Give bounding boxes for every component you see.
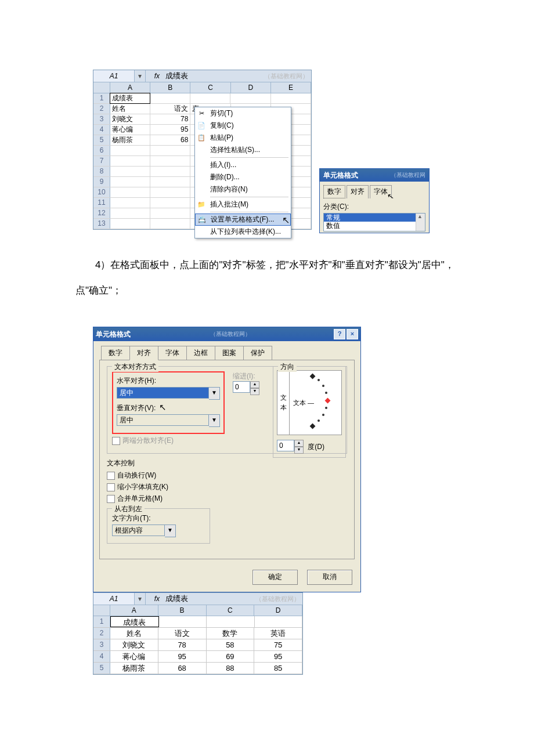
cell[interactable] [255,616,303,627]
table-row[interactable]: 4蒋心编956995 [93,651,302,663]
cell[interactable]: 88 [207,663,255,674]
formula-value[interactable]: 成绩表 [162,70,264,82]
menu-item[interactable]: 插入(I)... [195,159,291,171]
chevron-down-icon[interactable]: ▼ [209,414,220,427]
col-B[interactable]: B [150,82,190,93]
cell[interactable]: 58 [207,639,255,650]
cell[interactable]: 95 [254,651,302,662]
row-header[interactable]: 6 [93,146,110,155]
cell[interactable]: 语文 [158,628,207,639]
help-button[interactable]: ? [334,329,345,339]
cell[interactable] [110,187,150,197]
cell[interactable]: 杨雨茶 [110,663,158,674]
list-item[interactable]: 数值 [324,222,425,230]
cell[interactable] [150,198,190,208]
row-header[interactable]: 5 [93,663,110,674]
menu-item[interactable]: ✂剪切(T) [195,107,291,120]
row-header[interactable]: 2 [93,628,110,639]
cell[interactable] [271,93,311,103]
v-align-value[interactable]: 居中 [117,414,209,426]
cell[interactable] [150,93,190,103]
cell[interactable]: 78 [150,114,190,124]
row-header[interactable]: 2 [93,104,110,114]
dir-combo[interactable]: 根据内容 ▼ [112,525,176,537]
cell[interactable]: 95 [150,125,190,135]
col-D[interactable]: D [254,605,302,616]
cancel-button[interactable]: 取消 [307,570,352,585]
row-header[interactable]: 13 [93,219,110,229]
tab-pattern[interactable]: 图案 [215,346,244,360]
vertical-text[interactable]: 文本 [277,371,290,435]
close-button[interactable]: × [347,329,358,339]
dir-value[interactable]: 根据内容 [112,525,165,536]
cell[interactable] [159,616,207,627]
cell[interactable] [110,156,150,166]
cell[interactable]: 语文 [150,104,190,114]
col-B[interactable]: B [158,605,207,616]
cell[interactable] [150,156,190,166]
col-C[interactable]: C [207,605,255,616]
category-list[interactable]: 常规 数值 [323,213,425,231]
scrollbar[interactable] [416,214,425,231]
indent-value[interactable]: 0 [233,381,250,393]
shrink-check[interactable]: 缩小字体填充(K) [107,482,347,492]
col-A[interactable]: A [110,82,150,93]
row-header[interactable]: 11 [93,198,110,208]
col-E[interactable]: E [271,82,311,93]
cell[interactable] [150,219,190,229]
table-row[interactable]: 5杨雨茶688885 [93,663,302,674]
row-header[interactable]: 4 [93,125,110,135]
menu-item[interactable]: 选择性粘贴(S)... [195,144,291,156]
cell[interactable] [110,177,150,187]
degree-value[interactable]: 0 [277,440,294,451]
col-A[interactable]: A [110,605,158,616]
h-align-combo[interactable]: 居中 ▼ [117,387,220,400]
cell[interactable] [190,93,230,103]
cell[interactable]: 成绩表 [110,93,150,104]
cell[interactable]: 69 [207,651,255,662]
h-align-value[interactable]: 居中 [117,387,209,399]
select-all-corner[interactable] [93,82,110,93]
tab-font[interactable]: 字体 [158,346,187,360]
formula-value[interactable]: 成绩表 [162,593,255,605]
menu-item[interactable]: 📄复制(C) [195,120,291,132]
cell[interactable] [150,177,190,187]
name-box[interactable]: A1 [93,70,135,82]
tab-border[interactable]: 边框 [186,346,215,360]
spin-down-icon[interactable]: ▼ [294,447,304,454]
cell-grid[interactable]: 1成绩表2姓名语文数学英语3刘晓文7858754蒋心编9569955杨雨茶688… [93,616,302,674]
cell[interactable] [150,167,190,176]
menu-item[interactable]: 删除(D)... [195,171,291,183]
cell[interactable] [110,146,150,155]
row-header[interactable]: 8 [93,167,110,176]
tab-number[interactable]: 数字 [323,185,345,198]
cell[interactable]: 成绩表 [110,616,159,627]
namebox-dropdown-icon[interactable]: ▾ [135,70,146,82]
row-header[interactable]: 3 [93,639,110,650]
merge-check[interactable]: 合并单元格(M) [107,494,347,504]
row-header[interactable]: 1 [93,616,110,627]
v-align-combo[interactable]: 居中 ▼ [117,414,220,427]
cell[interactable]: 蒋心编 [110,125,150,135]
select-all-corner[interactable] [93,605,110,616]
cell[interactable]: 英语 [254,628,302,639]
menu-item[interactable]: 📋粘贴(P) [195,132,291,144]
menu-item[interactable]: 📁插入批注(M) [195,198,291,211]
tab-align[interactable]: 对齐 [347,185,369,198]
orientation-dial[interactable]: 文本 — [290,371,341,435]
cell[interactable]: 刘晓文 [110,114,150,124]
menu-item[interactable]: 从下拉列表中选择(K)... [195,226,291,238]
name-box[interactable]: A1 [93,593,135,605]
cell[interactable] [230,93,270,103]
cell[interactable]: 姓名 [110,104,150,114]
col-C[interactable]: C [190,82,230,93]
row-header[interactable]: 7 [93,156,110,166]
row-header[interactable]: 12 [93,208,110,218]
cell[interactable]: 数学 [207,628,255,639]
cell[interactable]: 85 [254,663,302,674]
table-row[interactable]: 3刘晓文785875 [93,639,302,651]
cell[interactable]: 刘晓文 [110,639,158,650]
row-header[interactable]: 5 [93,135,110,145]
orientation-control[interactable]: 文本 文本 — [277,370,342,435]
spin-down-icon[interactable]: ▼ [250,388,259,395]
